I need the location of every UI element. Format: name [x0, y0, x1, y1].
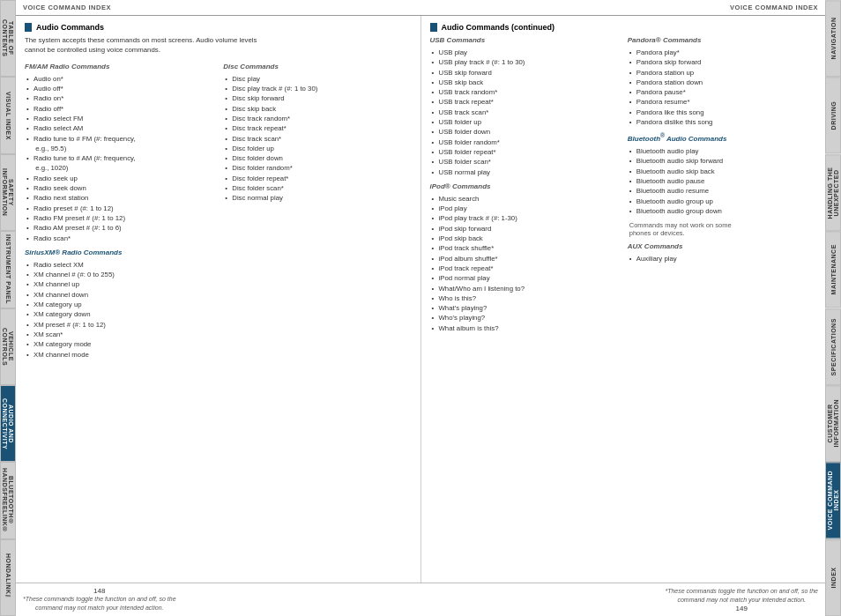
header-title-right: VOICE COMMAND INDEX	[730, 4, 818, 11]
list-item: Auxiliary play	[628, 254, 816, 263]
usb-list: USB play USB play track # (#: 1 to 30) U…	[430, 48, 619, 177]
tab-hondalink[interactable]: HONDALINK™	[0, 539, 16, 616]
col-disc: Disc Commands Disc play Disc play track …	[223, 63, 411, 365]
list-item: iPod normal play	[430, 273, 619, 283]
main-content: VOICE COMMAND INDEX VOICE COMMAND INDEX …	[16, 0, 825, 616]
tab-customer-information[interactable]: CUSTOMER INFORMATION	[825, 385, 841, 462]
tab-bluetooth[interactable]: BLUETOOTH® HANDSFREELINK®	[0, 462, 16, 538]
list-item: Bluetooth audio pause	[628, 176, 816, 186]
tab-navigation[interactable]: NAVIGATION	[825, 0, 841, 77]
ipod-title: iPod® Commands	[430, 182, 619, 190]
list-item: USB track scan*	[430, 108, 619, 117]
footer-left: 148 *These commands toggle the function …	[23, 587, 176, 612]
list-item: Disc folder scan*	[223, 183, 411, 193]
right-col-pandora-bt-aux: Pandora® Commands Pandora play* Pandora …	[628, 36, 816, 338]
aux-list: Auxiliary play	[628, 254, 816, 263]
tab-visual-index[interactable]: VISUAL INDEX	[0, 77, 16, 153]
list-item: Radio off*	[25, 104, 212, 114]
list-item: Radio preset # (#: 1 to 12)	[25, 204, 212, 213]
side-tabs-right: NAVIGATION DRIVING HANDLING THE UNEXPECT…	[825, 0, 841, 616]
list-item: Radio seek up	[25, 174, 212, 183]
right-cols: USB Commands USB play USB play track # (…	[430, 36, 817, 338]
left-two-col: FM/AM Radio Commands Audio on* Audio off…	[25, 63, 412, 365]
list-item: Pandora resume*	[628, 97, 816, 107]
heading-bar-right	[430, 23, 437, 32]
list-item: Pandora like this song	[628, 108, 816, 117]
list-item: iPod track shuffle*	[430, 243, 619, 253]
list-item: What album is this?	[430, 323, 619, 333]
list-item: Disc folder random*	[223, 163, 411, 173]
disc-list: Disc play Disc play track # (#: 1 to 30)…	[223, 74, 411, 204]
tab-voice-command-index[interactable]: VOICE COMMAND INDEX	[825, 462, 841, 538]
list-item: Radio select XM	[25, 260, 212, 270]
bluetooth-list: Bluetooth audio play Bluetooth audio ski…	[628, 146, 816, 216]
page-right: Audio Commands (continued) USB Commands …	[421, 16, 826, 583]
tab-table-of-contents[interactable]: TABLE OF CONTENTS	[0, 0, 16, 77]
pandora-list: Pandora play* Pandora skip forward Pando…	[628, 48, 816, 127]
list-item: Radio scan*	[25, 234, 212, 243]
list-item: Radio tune to # AM (#: frequency, e.g., …	[25, 153, 212, 174]
right-col-usb-ipod: USB Commands USB play USB play track # (…	[430, 36, 619, 338]
left-heading-text: Audio Commands	[36, 23, 104, 32]
bluetooth-note: Commands may not work on somephones or d…	[628, 221, 816, 237]
list-item: Disc skip forward	[223, 93, 411, 103]
aux-title: AUX Commands	[628, 242, 816, 250]
page-left: Audio Commands The system accepts these …	[16, 16, 421, 583]
fmam-title: FM/AM Radio Commands	[25, 63, 212, 71]
list-item: Bluetooth audio skip back	[628, 167, 816, 176]
list-item: Radio tune to # FM (#: frequency, e.g., …	[25, 134, 212, 154]
list-item: USB folder repeat*	[430, 147, 619, 157]
list-item: Disc folder down	[223, 153, 411, 163]
page-header: VOICE COMMAND INDEX VOICE COMMAND INDEX	[16, 0, 825, 16]
list-item: Pandora pause*	[628, 87, 816, 97]
header-title-left: VOICE COMMAND INDEX	[23, 4, 111, 11]
list-item: Bluetooth audio group up	[628, 197, 816, 206]
page-number-right: 149	[736, 605, 748, 612]
tab-index[interactable]: INDEX	[825, 539, 841, 616]
tab-vehicle-controls[interactable]: VEHICLE CONTROLS	[0, 308, 16, 385]
content-area: Audio Commands The system accepts these …	[16, 16, 825, 583]
list-item: Who is this?	[430, 293, 619, 303]
list-item: Who's playing?	[430, 313, 619, 323]
footer-right: *These commands toggle the function on a…	[665, 587, 818, 612]
tab-maintenance[interactable]: MAINTENANCE	[825, 231, 841, 308]
list-item: Bluetooth audio play	[628, 146, 816, 156]
list-item: XM channel up	[25, 279, 212, 289]
intro-text: The system accepts these commands on mos…	[25, 36, 412, 56]
tab-audio-connectivity[interactable]: AUDIO AND CONNECTIVITY	[0, 385, 16, 462]
tab-handling-unexpected[interactable]: HANDLING THE UNEXPECTED	[825, 154, 841, 231]
list-item: Audio on*	[25, 74, 212, 84]
list-item: Disc play	[223, 74, 411, 84]
list-item: iPod play	[430, 204, 619, 213]
tab-driving[interactable]: DRIVING	[825, 77, 841, 153]
disc-title: Disc Commands	[223, 63, 411, 71]
col-fmam-sirius: FM/AM Radio Commands Audio on* Audio off…	[25, 63, 212, 365]
right-section-heading: Audio Commands (continued)	[430, 23, 817, 32]
list-item: iPod album shuffle*	[430, 254, 619, 263]
tab-instrument-panel[interactable]: INSTRUMENT PANEL	[0, 231, 16, 308]
list-item: Radio seek down	[25, 183, 212, 193]
page-number-left: 148	[93, 587, 105, 595]
list-item: Disc folder up	[223, 144, 411, 153]
list-item: XM channel # (#: 0 to 255)	[25, 270, 212, 279]
list-item: What/Who am I listening to?	[430, 284, 619, 293]
heading-bar-left	[25, 23, 32, 32]
list-item: USB folder random*	[430, 137, 619, 147]
list-item: Audio off*	[25, 84, 212, 93]
tab-safety-information[interactable]: SAFETY INFORMATION	[0, 154, 16, 231]
list-item: iPod play track # (#: 1-30)	[430, 213, 619, 223]
tab-specifications[interactable]: SPECIFICATIONS	[825, 308, 841, 385]
siriusxm-list: Radio select XM XM channel # (#: 0 to 25…	[25, 260, 212, 360]
list-item: USB skip back	[430, 78, 619, 87]
list-item: XM channel down	[25, 290, 212, 300]
list-item: USB normal play	[430, 167, 619, 177]
list-item: iPod skip forward	[430, 224, 619, 234]
bluetooth-title: Bluetooth® Audio Commands	[628, 132, 816, 143]
list-item: USB folder down	[430, 127, 619, 137]
siriusxm-title: SiriusXM® Radio Commands	[25, 249, 212, 256]
list-item: XM category up	[25, 300, 212, 309]
list-item: USB track repeat*	[430, 97, 619, 107]
list-item: USB folder scan*	[430, 157, 619, 167]
list-item: Radio select AM	[25, 123, 212, 133]
list-item: XM scan*	[25, 330, 212, 339]
